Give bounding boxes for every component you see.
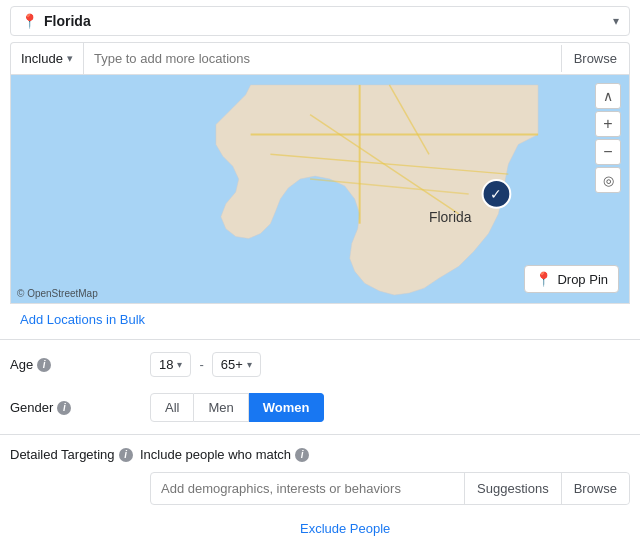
gender-row: Gender i All Men Women [0, 385, 640, 430]
age-label: Age i [10, 357, 140, 372]
include-label: Include [21, 51, 63, 66]
map-container: Florida ✓ ∧ + − ◎ 📍 Drop Pin © OpenStree… [10, 74, 630, 304]
detailed-targeting-label: Detailed Targeting i [10, 447, 140, 462]
location-type-input[interactable] [84, 43, 561, 74]
gender-label-text: Gender [10, 400, 53, 415]
detailed-targeting-section: Detailed Targeting i Include people who … [0, 439, 640, 539]
map-zoom-out-button[interactable]: − [595, 139, 621, 165]
targeting-input[interactable] [151, 473, 464, 504]
gender-info-icon[interactable]: i [57, 401, 71, 415]
exclude-people-link[interactable]: Exclude People [300, 521, 390, 536]
suggestions-button[interactable]: Suggestions [464, 473, 561, 504]
location-pin-icon: 📍 [21, 13, 38, 29]
include-chevron-icon: ▾ [67, 52, 73, 65]
osm-credit: © OpenStreetMap [17, 288, 98, 299]
divider-2 [0, 434, 640, 435]
browse-locations-button[interactable]: Browse [561, 45, 629, 72]
detailed-targeting-label-text: Detailed Targeting [10, 447, 115, 462]
age-controls: 18 ▾ - 65+ ▾ [150, 352, 261, 377]
location-bar-chevron-icon: ▾ [613, 14, 619, 28]
age-min-select[interactable]: 18 ▾ [150, 352, 191, 377]
age-min-chevron-icon: ▾ [177, 359, 182, 370]
include-dropdown[interactable]: Include ▾ [11, 43, 84, 74]
add-locations-bulk-link[interactable]: Add Locations in Bulk [20, 312, 145, 327]
include-bar: Include ▾ Browse [10, 42, 630, 74]
gender-women-button[interactable]: Women [249, 393, 325, 422]
detailed-targeting-info-icon[interactable]: i [119, 448, 133, 462]
gender-men-button[interactable]: Men [194, 393, 248, 422]
age-min-value: 18 [159, 357, 173, 372]
map-controls: ∧ + − ◎ [595, 83, 621, 193]
age-label-text: Age [10, 357, 33, 372]
divider-1 [0, 339, 640, 340]
location-name: Florida [44, 13, 91, 29]
browse-detailed-targeting-button[interactable]: Browse [561, 473, 629, 504]
drop-pin-label: Drop Pin [557, 272, 608, 287]
gender-controls: All Men Women [150, 393, 324, 422]
location-bar[interactable]: 📍 Florida ▾ [10, 6, 630, 36]
dt-sublabel-text: Include people who match [140, 447, 291, 462]
drop-pin-icon: 📍 [535, 271, 552, 287]
map-collapse-button[interactable]: ∧ [595, 83, 621, 109]
drop-pin-button[interactable]: 📍 Drop Pin [524, 265, 619, 293]
detailed-targeting-sublabel: Include people who match i [140, 447, 309, 462]
age-max-value: 65+ [221, 357, 243, 372]
targeting-input-row: Suggestions Browse [150, 472, 630, 505]
age-info-icon[interactable]: i [37, 358, 51, 372]
age-max-select[interactable]: 65+ ▾ [212, 352, 261, 377]
map-florida-label: Florida [429, 209, 472, 225]
dt-sublabel-info-icon[interactable]: i [295, 448, 309, 462]
age-max-chevron-icon: ▾ [247, 359, 252, 370]
gender-label: Gender i [10, 400, 140, 415]
age-row: Age i 18 ▾ - 65+ ▾ [0, 344, 640, 385]
map-zoom-in-button[interactable]: + [595, 111, 621, 137]
map-locator-button[interactable]: ◎ [595, 167, 621, 193]
map-pin: ✓ [483, 180, 511, 208]
age-dash: - [199, 357, 203, 372]
gender-all-button[interactable]: All [150, 393, 194, 422]
svg-text:✓: ✓ [490, 186, 502, 202]
